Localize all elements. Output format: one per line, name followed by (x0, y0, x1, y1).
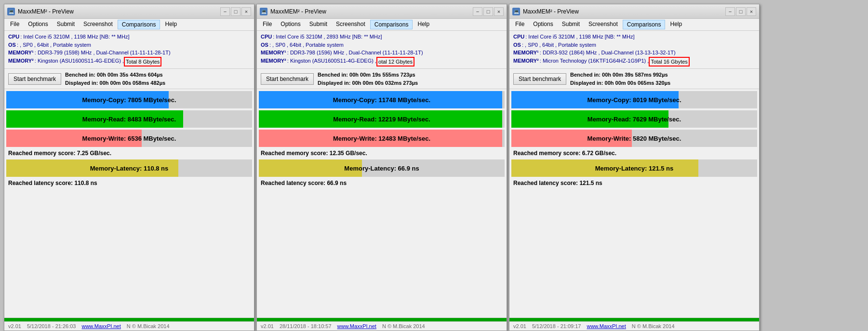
memory-latency-label: Memory-Latency: 121.5 ns (511, 165, 757, 172)
memory-write-label: Memory-Write: 5820 MByte/sec. (511, 135, 757, 142)
progress-fill (509, 318, 759, 321)
footer-version: v2.01 (8, 323, 21, 329)
footer: v2.0128/11/2018 - 18:10:57www.MaxxPI.net… (257, 321, 507, 331)
memory-copy-row: Memory-Copy: 11748 MByte/sec. (259, 91, 505, 108)
os-label: OS (8, 41, 16, 49)
progress-fill (257, 318, 507, 321)
progress-bar (257, 318, 507, 321)
mem2-value: : Micron Technology (16KTF1G64HZ-1G9P1) … (540, 57, 649, 67)
window-1: 💻MaxxMEM² - PreView−□×FileOptionsSubmitS… (4, 4, 254, 331)
memory-read-row: Memory-Read: 7629 MByte/sec. (511, 110, 757, 128)
memory-read-bar-container: Memory-Read: 7629 MByte/sec. (511, 110, 757, 128)
close-button[interactable]: × (494, 7, 504, 16)
bench-time-1: Benched in: 00h 00m 35s 443ms 604µs (65, 71, 165, 79)
memory-copy-row: Memory-Copy: 7805 MByte/sec. (6, 91, 252, 108)
os-value: : , SP0 , 64bit , Portable system (269, 41, 344, 49)
maximize-button[interactable]: □ (483, 7, 493, 16)
menu-screenshot[interactable]: Screenshot (585, 20, 622, 29)
mem1-label: MEMORY¹ (513, 49, 539, 57)
start-benchmark-button[interactable]: Start benchmark (8, 73, 61, 85)
menu-submit[interactable]: Submit (306, 20, 331, 29)
footer-link[interactable]: www.MaxxPI.net (337, 323, 376, 329)
menu-screenshot[interactable]: Screenshot (80, 20, 117, 29)
app-icon: 💻 (7, 8, 15, 15)
footer-link[interactable]: www.MaxxPI.net (81, 323, 120, 329)
memory-copy-bar-container: Memory-Copy: 8019 MByte/sec. (511, 91, 757, 108)
cpu-label: CPU (513, 33, 524, 41)
progress-bar (509, 318, 759, 321)
bench-times: Benched in: 00h 00m 19s 555ms 723µsDispl… (318, 71, 418, 87)
menu-comparisons[interactable]: Comparisons (623, 20, 666, 29)
close-button[interactable]: × (241, 7, 251, 16)
footer-link[interactable]: www.MaxxPI.net (587, 323, 626, 329)
start-benchmark-button[interactable]: Start benchmark (261, 73, 314, 85)
window-3: 💻MaxxMEM² - PreView−□×FileOptionsSubmitS… (509, 4, 760, 331)
menu-help[interactable]: Help (666, 20, 686, 29)
menu-submit[interactable]: Submit (53, 20, 79, 29)
bench-time-1: Benched in: 00h 00m 19s 555ms 723µs (318, 71, 418, 79)
menu-options[interactable]: Options (24, 20, 52, 29)
os-value: : , SP0 , 64bit , Portable system (17, 41, 91, 49)
cpu-value: : Intel Core i5 3210M , 1198 MHz [NB: **… (20, 33, 129, 41)
menu-file[interactable]: File (259, 20, 276, 29)
bench-row: Start benchmarkBenched in: 00h 00m 19s 5… (257, 69, 507, 89)
memory-score: Reached memory score: 12.35 GB/sec. (259, 149, 505, 158)
maximize-button[interactable]: □ (231, 7, 240, 16)
maximize-button[interactable]: □ (736, 7, 746, 16)
close-button[interactable]: × (747, 7, 756, 16)
bench-row: Start benchmarkBenched in: 00h 00m 39s 5… (509, 69, 759, 89)
memory-latency-bar-container: Memory-Latency: 110.8 ns (6, 159, 252, 177)
menu-file[interactable]: File (511, 20, 528, 29)
latency-score: Reached latency score: 66.9 ns (259, 179, 505, 187)
metrics-panel: Memory-Copy: 7805 MByte/sec.Memory-Read:… (4, 89, 254, 318)
memory-latency-label: Memory-Latency: 110.8 ns (6, 165, 252, 172)
menu-file[interactable]: File (6, 20, 23, 29)
memory-latency-row: Memory-Latency: 110.8 ns (6, 159, 252, 177)
footer-copyright: N © M.Bicak 2014 (632, 323, 675, 329)
bench-row: Start benchmarkBenched in: 00h 00m 35s 4… (4, 69, 254, 89)
latency-score: Reached latency score: 121.5 ns (511, 179, 757, 187)
footer-copyright: N © M.Bicak 2014 (382, 323, 425, 329)
memory-read-label: Memory-Read: 8483 MByte/sec. (6, 116, 252, 123)
mem1-label: MEMORY¹ (261, 49, 286, 57)
minimize-button[interactable]: − (473, 7, 482, 16)
memory-write-row: Memory-Write: 6536 MByte/sec. (6, 130, 252, 147)
window-title: MaxxMEM² - PreView (270, 8, 326, 15)
memory-write-bar-container: Memory-Write: 12483 MByte/sec. (259, 130, 505, 147)
memory-read-bar-container: Memory-Read: 8483 MByte/sec. (6, 110, 252, 128)
cpu-value: : Intel Core i5 3210M , 1198 MHz [NB: **… (525, 33, 634, 41)
total-memory: otal 12 Gbytes (376, 57, 414, 67)
latency-score: Reached latency score: 110.8 ns (6, 179, 252, 187)
start-benchmark-button[interactable]: Start benchmark (513, 73, 566, 85)
menu-options[interactable]: Options (277, 20, 304, 29)
menu-screenshot[interactable]: Screenshot (332, 20, 369, 29)
footer-date: 5/12/2018 - 21:09:17 (532, 323, 581, 329)
menu-options[interactable]: Options (529, 20, 557, 29)
memory-write-label: Memory-Write: 6536 MByte/sec. (6, 135, 252, 142)
os-label: OS (513, 41, 521, 49)
menu-submit[interactable]: Submit (558, 20, 584, 29)
bench-times: Benched in: 00h 00m 39s 587ms 992µsDispl… (570, 71, 670, 87)
menu-help[interactable]: Help (161, 20, 181, 29)
mem1-value: : DDR3-932 (1864) MHz , Dual-Channel (13… (540, 49, 676, 57)
memory-copy-label: Memory-Copy: 8019 MByte/sec. (511, 96, 757, 104)
menu-comparisons[interactable]: Comparisons (118, 20, 160, 29)
metrics-panel: Memory-Copy: 11748 MByte/sec.Memory-Read… (257, 89, 507, 318)
os-value: : , SP0 , 64bit , Portable system (522, 41, 596, 49)
minimize-button[interactable]: − (725, 7, 735, 16)
title-bar: 💻MaxxMEM² - PreView−□× (257, 4, 507, 19)
bench-time-1: Benched in: 00h 00m 39s 587ms 992µs (570, 71, 670, 79)
window-2: 💻MaxxMEM² - PreView−□×FileOptionsSubmitS… (256, 4, 507, 331)
cpu-label: CPU (261, 33, 272, 41)
memory-latency-row: Memory-Latency: 66.9 ns (259, 159, 505, 177)
memory-copy-bar-container: Memory-Copy: 7805 MByte/sec. (6, 91, 252, 108)
menu-help[interactable]: Help (414, 20, 433, 29)
minimize-button[interactable]: − (220, 7, 230, 16)
memory-latency-bar-container: Memory-Latency: 66.9 ns (259, 159, 505, 177)
window-title: MaxxMEM² - PreView (18, 8, 74, 15)
info-panel: CPU: Intel Core i5 3210M , 1198 MHz [NB:… (509, 31, 759, 69)
bench-time-2: Displayed in: 00h 00m 00s 058ms 482µs (65, 79, 165, 87)
memory-write-row: Memory-Write: 5820 MByte/sec. (511, 130, 757, 147)
menu-comparisons[interactable]: Comparisons (370, 20, 413, 29)
window-title: MaxxMEM² - PreView (523, 8, 579, 15)
